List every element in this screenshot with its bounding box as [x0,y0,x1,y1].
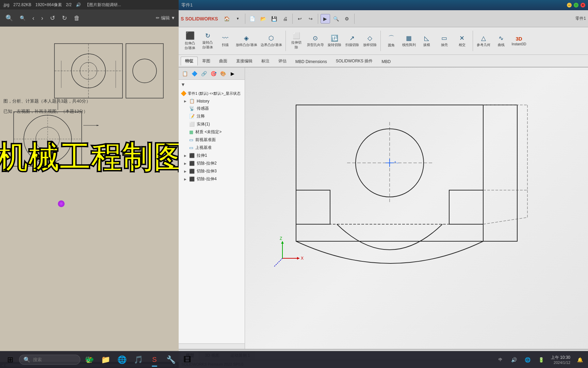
undo-button[interactable]: ↩ [295,14,305,24]
tree-label-solid: 实体(1) [197,121,210,127]
revolve-cut-button[interactable]: 🔃 旋转切除 [326,34,343,48]
tree-item-material[interactable]: ▶ ▦ 材质 <未指定> [179,128,245,136]
notification-icon[interactable]: 🔔 [574,354,585,365]
instant3d-label: Instant3D [512,42,526,46]
sweep-cut-button[interactable]: ↗ 扫描切除 [344,34,361,48]
linear-pattern-button[interactable]: ▦ 线性阵列 [401,34,418,48]
battery-icon[interactable]: 🔋 [536,354,547,365]
tree-item-solid[interactable]: ▶ ⬜ 实体(1) [179,120,245,128]
taskbar-app-sw[interactable]: S [147,352,162,367]
tree-model-button[interactable]: 📋 [181,70,189,78]
start-button[interactable]: ⊞ [3,352,18,367]
tree-item-cut3[interactable]: ▶ ⬛ 切除-拉伸3 [179,167,245,175]
zoom-out-button[interactable]: 🔍 [18,14,28,22]
boundary-boss-icon: ⬡ [268,34,274,42]
network-icon[interactable]: 🌐 [522,354,533,365]
shell-icon: ▭ [441,34,447,42]
reference-geometry-button[interactable]: △ 参考几何 [475,34,492,48]
tree-item-top-plane[interactable]: ▶ ▭ 上视基准 [179,144,245,152]
tree-expand-button[interactable]: ▶ [228,70,236,78]
tab-features[interactable]: 特征 [181,57,198,65]
boundary-boss-label: 边界凸台/基体 [261,43,282,47]
sw-3d-viewport[interactable]: *← X Z [245,67,588,349]
draft-button[interactable]: ◺ 拔模 [418,34,435,48]
tab-sw-plugins[interactable]: SOLIDWORKS 插件 [331,57,377,65]
taskbar-clock[interactable]: 上午 10:30 2024/1/12 [550,354,572,365]
fillet-label: 圆角 [388,43,395,48]
tree-item-sensors[interactable]: ▶ 📡 传感器 [179,105,245,112]
tab-evaluate[interactable]: 评估 [274,57,291,65]
open-button[interactable]: 📂 [259,14,268,24]
sweep-button[interactable]: 〰 扫描 [217,34,234,48]
taskbar-app-dragon[interactable]: 🐲 [82,352,97,367]
tree-label-material: 材质 <未指定> [195,129,222,135]
loft-cut-button[interactable]: ◇ 放样切除 [361,34,378,48]
boundary-boss-button[interactable]: ⬡ 边界凸台/基体 [259,34,283,48]
tree-item-cut2[interactable]: ▶ ⬛ 切除-拉伸2 [179,159,245,167]
search-input[interactable] [33,357,67,362]
tree-item-cut4[interactable]: ▶ ⬛ 切除-拉伸4 [179,175,245,183]
tab-sketch[interactable]: 草图 [198,57,215,65]
hole-wizard-label: 异型孔向导 [307,43,324,47]
maximize-button[interactable]: □ [574,3,578,7]
curves-button[interactable]: ∿ 曲线 [493,34,510,48]
tree-feature-button[interactable]: 🔷 [190,70,198,78]
taskbar-search[interactable]: 🔍 [19,355,80,365]
volume-icon[interactable]: 🔊 [509,354,520,365]
close-button[interactable]: ✕ [581,3,585,7]
tree-root-item[interactable]: 🔶 零件1 (默认) <<默认>_显示状态 [179,89,245,97]
loft-boss-button[interactable]: ◈ 放样凸台/基体 [234,34,259,48]
engineering-drawing [10,40,167,231]
hole-wizard-button[interactable]: ⊙ 异型孔向导 [306,34,325,48]
rotate-ccw-button[interactable]: ↺ [48,13,57,23]
save-button[interactable]: 💾 [270,14,279,24]
revolve-boss-button[interactable]: ↻ 旋转凸台/基体 [199,31,216,50]
taskbar-app-folder[interactable]: 📁 [98,352,113,367]
tab-surface[interactable]: 曲面 [215,57,232,65]
extrude-cut-button[interactable]: ⬜ 拉伸切除 [288,31,305,50]
minimize-button[interactable]: ─ [567,3,572,7]
keyboard-icon[interactable]: 中 [495,354,506,365]
fillet-button[interactable]: ⌒ 圆角 [383,33,400,48]
instant3d-button[interactable]: 3D Instant3D [510,35,528,47]
print-button[interactable]: 🖨 [280,14,290,24]
rotate-cw-button[interactable]: ↻ [60,13,69,23]
filesize-label: 272.82KB [13,2,31,7]
edit-button[interactable]: ✏ 编辑 ▼ [156,15,175,21]
tree-appearance-button[interactable]: 🎨 [219,70,227,78]
tab-mbd-dimensions[interactable]: MBD Dimensions [291,58,331,65]
dropdown-button[interactable]: ▼ [233,14,243,24]
zoom-in-button[interactable]: 🔍 [3,13,15,23]
tab-mbd[interactable]: MBD [377,58,395,65]
tree-mates-button[interactable]: 🔗 [200,70,208,78]
loft-boss-label: 放样凸台/基体 [236,43,257,47]
redo-button[interactable]: ↪ [306,14,315,24]
select-button[interactable]: ▶ [321,14,330,24]
tab-direct-edit[interactable]: 直接编辑 [232,57,257,65]
delete-button[interactable]: 🗑 [72,13,82,23]
taskbar-app-media[interactable]: 🎞 [180,352,195,367]
new-button[interactable]: 📄 [248,14,257,24]
taskbar-app-cad[interactable]: 🔧 [163,352,178,367]
extrude-boss-button[interactable]: ⬛ 拉伸凸台/基体 [181,31,198,51]
home-button[interactable]: 🏠 [222,14,232,24]
intersect-button[interactable]: ✕ 相交 [454,34,471,48]
prev-button[interactable]: ‹ [30,13,36,23]
tree-scroll-bottom [179,343,245,349]
taskbar-app-music[interactable]: 🎵 [131,352,146,367]
tree-item-annotations[interactable]: ▶ 📝 注释 [179,112,245,120]
tree-icon-cut4: ⬛ [189,177,195,182]
revolve-boss-icon: ↻ [205,32,210,40]
taskbar-app-browser[interactable]: 🌐 [114,352,129,367]
intersect-label: 相交 [459,43,466,47]
next-button[interactable]: › [39,13,45,23]
tree-item-extrude1[interactable]: ▶ ⬛ 拉伸1 [179,152,245,159]
settings-button[interactable]: ⚙ [342,14,352,24]
tree-item-history[interactable]: ▶ 📋 History [179,97,245,105]
tree-display-button[interactable]: 🎯 [209,70,217,78]
tab-markup[interactable]: 标注 [257,57,274,65]
tree-item-front-plane[interactable]: ▶ ▭ 前视基准面 [179,136,245,144]
search-button[interactable]: 🔍 [331,14,341,24]
shell-button[interactable]: ▭ 抽壳 [436,34,453,48]
tree-arrow-cut3: ▶ [184,170,186,173]
